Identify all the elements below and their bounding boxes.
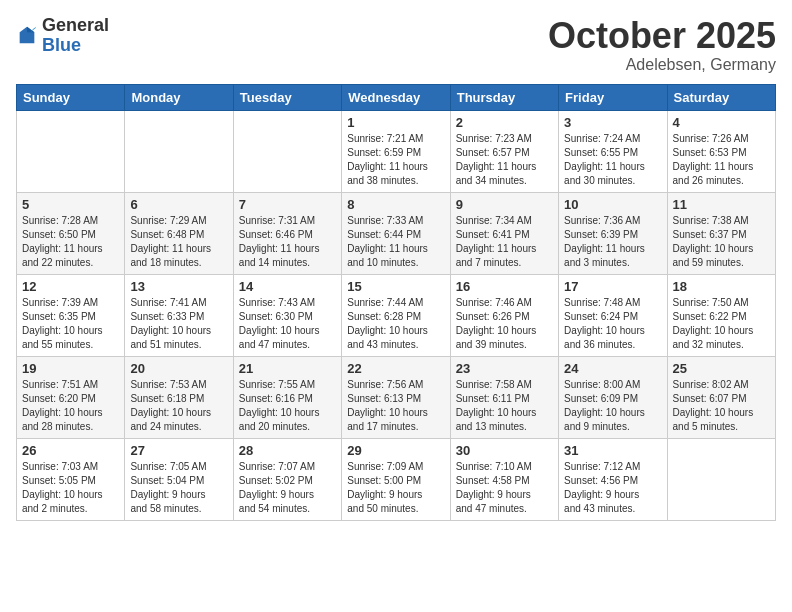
calendar-cell: 4Sunrise: 7:26 AM Sunset: 6:53 PM Daylig…: [667, 110, 775, 192]
title-block: October 2025 Adelebsen, Germany: [548, 16, 776, 74]
day-number: 22: [347, 361, 444, 376]
calendar-cell: 20Sunrise: 7:53 AM Sunset: 6:18 PM Dayli…: [125, 356, 233, 438]
day-number: 17: [564, 279, 661, 294]
calendar-cell: 11Sunrise: 7:38 AM Sunset: 6:37 PM Dayli…: [667, 192, 775, 274]
calendar-cell: 17Sunrise: 7:48 AM Sunset: 6:24 PM Dayli…: [559, 274, 667, 356]
weekday-header-monday: Monday: [125, 84, 233, 110]
calendar-cell: [125, 110, 233, 192]
calendar-cell: [233, 110, 341, 192]
calendar-cell: [667, 438, 775, 520]
calendar-table: SundayMondayTuesdayWednesdayThursdayFrid…: [16, 84, 776, 521]
day-number: 6: [130, 197, 227, 212]
day-info: Sunrise: 7:26 AM Sunset: 6:53 PM Dayligh…: [673, 132, 770, 188]
calendar-subtitle: Adelebsen, Germany: [548, 56, 776, 74]
day-info: Sunrise: 7:28 AM Sunset: 6:50 PM Dayligh…: [22, 214, 119, 270]
day-number: 28: [239, 443, 336, 458]
calendar-cell: 25Sunrise: 8:02 AM Sunset: 6:07 PM Dayli…: [667, 356, 775, 438]
calendar-week-row: 1Sunrise: 7:21 AM Sunset: 6:59 PM Daylig…: [17, 110, 776, 192]
day-info: Sunrise: 7:58 AM Sunset: 6:11 PM Dayligh…: [456, 378, 553, 434]
calendar-cell: 15Sunrise: 7:44 AM Sunset: 6:28 PM Dayli…: [342, 274, 450, 356]
day-number: 4: [673, 115, 770, 130]
day-number: 23: [456, 361, 553, 376]
day-number: 7: [239, 197, 336, 212]
weekday-header-wednesday: Wednesday: [342, 84, 450, 110]
day-info: Sunrise: 7:55 AM Sunset: 6:16 PM Dayligh…: [239, 378, 336, 434]
calendar-cell: 16Sunrise: 7:46 AM Sunset: 6:26 PM Dayli…: [450, 274, 558, 356]
day-info: Sunrise: 7:53 AM Sunset: 6:18 PM Dayligh…: [130, 378, 227, 434]
day-info: Sunrise: 8:02 AM Sunset: 6:07 PM Dayligh…: [673, 378, 770, 434]
calendar-week-row: 5Sunrise: 7:28 AM Sunset: 6:50 PM Daylig…: [17, 192, 776, 274]
weekday-header-thursday: Thursday: [450, 84, 558, 110]
calendar-cell: 27Sunrise: 7:05 AM Sunset: 5:04 PM Dayli…: [125, 438, 233, 520]
calendar-cell: 3Sunrise: 7:24 AM Sunset: 6:55 PM Daylig…: [559, 110, 667, 192]
day-number: 30: [456, 443, 553, 458]
calendar-cell: 12Sunrise: 7:39 AM Sunset: 6:35 PM Dayli…: [17, 274, 125, 356]
calendar-cell: 23Sunrise: 7:58 AM Sunset: 6:11 PM Dayli…: [450, 356, 558, 438]
day-number: 5: [22, 197, 119, 212]
day-number: 13: [130, 279, 227, 294]
day-info: Sunrise: 7:33 AM Sunset: 6:44 PM Dayligh…: [347, 214, 444, 270]
day-info: Sunrise: 7:51 AM Sunset: 6:20 PM Dayligh…: [22, 378, 119, 434]
calendar-cell: 21Sunrise: 7:55 AM Sunset: 6:16 PM Dayli…: [233, 356, 341, 438]
calendar-cell: 24Sunrise: 8:00 AM Sunset: 6:09 PM Dayli…: [559, 356, 667, 438]
day-info: Sunrise: 7:12 AM Sunset: 4:56 PM Dayligh…: [564, 460, 661, 516]
day-number: 1: [347, 115, 444, 130]
day-info: Sunrise: 7:23 AM Sunset: 6:57 PM Dayligh…: [456, 132, 553, 188]
day-number: 19: [22, 361, 119, 376]
day-number: 11: [673, 197, 770, 212]
day-number: 15: [347, 279, 444, 294]
calendar-cell: [17, 110, 125, 192]
day-info: Sunrise: 7:48 AM Sunset: 6:24 PM Dayligh…: [564, 296, 661, 352]
calendar-cell: 18Sunrise: 7:50 AM Sunset: 6:22 PM Dayli…: [667, 274, 775, 356]
day-number: 21: [239, 361, 336, 376]
day-info: Sunrise: 7:36 AM Sunset: 6:39 PM Dayligh…: [564, 214, 661, 270]
calendar-cell: 8Sunrise: 7:33 AM Sunset: 6:44 PM Daylig…: [342, 192, 450, 274]
calendar-cell: 1Sunrise: 7:21 AM Sunset: 6:59 PM Daylig…: [342, 110, 450, 192]
day-info: Sunrise: 7:09 AM Sunset: 5:00 PM Dayligh…: [347, 460, 444, 516]
calendar-cell: 30Sunrise: 7:10 AM Sunset: 4:58 PM Dayli…: [450, 438, 558, 520]
day-number: 16: [456, 279, 553, 294]
day-info: Sunrise: 7:38 AM Sunset: 6:37 PM Dayligh…: [673, 214, 770, 270]
day-info: Sunrise: 7:56 AM Sunset: 6:13 PM Dayligh…: [347, 378, 444, 434]
calendar-cell: 5Sunrise: 7:28 AM Sunset: 6:50 PM Daylig…: [17, 192, 125, 274]
day-info: Sunrise: 7:31 AM Sunset: 6:46 PM Dayligh…: [239, 214, 336, 270]
day-number: 24: [564, 361, 661, 376]
day-number: 14: [239, 279, 336, 294]
day-number: 31: [564, 443, 661, 458]
day-info: Sunrise: 7:21 AM Sunset: 6:59 PM Dayligh…: [347, 132, 444, 188]
calendar-cell: 10Sunrise: 7:36 AM Sunset: 6:39 PM Dayli…: [559, 192, 667, 274]
day-number: 3: [564, 115, 661, 130]
weekday-header-row: SundayMondayTuesdayWednesdayThursdayFrid…: [17, 84, 776, 110]
calendar-cell: 7Sunrise: 7:31 AM Sunset: 6:46 PM Daylig…: [233, 192, 341, 274]
calendar-week-row: 26Sunrise: 7:03 AM Sunset: 5:05 PM Dayli…: [17, 438, 776, 520]
calendar-cell: 9Sunrise: 7:34 AM Sunset: 6:41 PM Daylig…: [450, 192, 558, 274]
day-number: 20: [130, 361, 227, 376]
day-number: 2: [456, 115, 553, 130]
calendar-week-row: 12Sunrise: 7:39 AM Sunset: 6:35 PM Dayli…: [17, 274, 776, 356]
calendar-cell: 29Sunrise: 7:09 AM Sunset: 5:00 PM Dayli…: [342, 438, 450, 520]
logo: General Blue: [16, 16, 109, 56]
weekday-header-saturday: Saturday: [667, 84, 775, 110]
calendar-week-row: 19Sunrise: 7:51 AM Sunset: 6:20 PM Dayli…: [17, 356, 776, 438]
calendar-title: October 2025: [548, 16, 776, 56]
day-number: 10: [564, 197, 661, 212]
day-info: Sunrise: 8:00 AM Sunset: 6:09 PM Dayligh…: [564, 378, 661, 434]
day-info: Sunrise: 7:44 AM Sunset: 6:28 PM Dayligh…: [347, 296, 444, 352]
day-info: Sunrise: 7:24 AM Sunset: 6:55 PM Dayligh…: [564, 132, 661, 188]
calendar-cell: 14Sunrise: 7:43 AM Sunset: 6:30 PM Dayli…: [233, 274, 341, 356]
weekday-header-tuesday: Tuesday: [233, 84, 341, 110]
day-info: Sunrise: 7:34 AM Sunset: 6:41 PM Dayligh…: [456, 214, 553, 270]
calendar-cell: 2Sunrise: 7:23 AM Sunset: 6:57 PM Daylig…: [450, 110, 558, 192]
day-number: 26: [22, 443, 119, 458]
weekday-header-friday: Friday: [559, 84, 667, 110]
day-info: Sunrise: 7:07 AM Sunset: 5:02 PM Dayligh…: [239, 460, 336, 516]
calendar-cell: 31Sunrise: 7:12 AM Sunset: 4:56 PM Dayli…: [559, 438, 667, 520]
day-number: 8: [347, 197, 444, 212]
day-info: Sunrise: 7:39 AM Sunset: 6:35 PM Dayligh…: [22, 296, 119, 352]
calendar-cell: 19Sunrise: 7:51 AM Sunset: 6:20 PM Dayli…: [17, 356, 125, 438]
calendar-cell: 13Sunrise: 7:41 AM Sunset: 6:33 PM Dayli…: [125, 274, 233, 356]
day-number: 12: [22, 279, 119, 294]
logo-blue: Blue: [42, 35, 81, 55]
day-info: Sunrise: 7:10 AM Sunset: 4:58 PM Dayligh…: [456, 460, 553, 516]
day-number: 25: [673, 361, 770, 376]
